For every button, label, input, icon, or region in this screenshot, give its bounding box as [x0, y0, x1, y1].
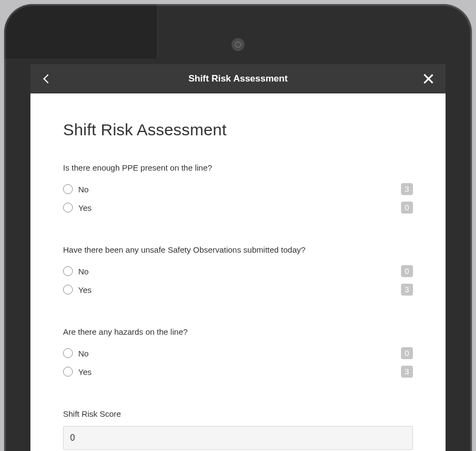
- app-screen: Shift Risk Assessment Shift Risk Assessm…: [30, 64, 446, 451]
- radio-icon: [63, 184, 73, 194]
- chevron-left-icon: [43, 74, 53, 84]
- form-body: Shift Risk Assessment Is there enough PP…: [30, 93, 446, 451]
- radio-icon: [63, 285, 73, 295]
- close-icon: [423, 73, 434, 84]
- back-button[interactable]: [40, 71, 55, 86]
- radio-option[interactable]: Yes 3: [63, 362, 413, 381]
- score-badge: 3: [401, 284, 413, 296]
- option-label: No: [78, 267, 89, 276]
- radio-icon: [63, 348, 73, 358]
- camera-lens-icon: [235, 41, 241, 48]
- radio-icon: [63, 203, 73, 212]
- score-badge: 0: [401, 265, 413, 277]
- tablet-frame: Shift Risk Assessment Shift Risk Assessm…: [4, 4, 472, 451]
- option-label: Yes: [78, 203, 91, 212]
- page-title: Shift Risk Assessment: [63, 121, 413, 139]
- radio-option[interactable]: No 3: [63, 180, 413, 198]
- score-input[interactable]: [63, 426, 413, 450]
- question-block: Is there enough PPE present on the line?…: [63, 163, 413, 217]
- app-header: Shift Risk Assessment: [30, 64, 446, 93]
- tablet-camera: [231, 38, 245, 51]
- option-label: No: [78, 349, 89, 358]
- score-label: Shift Risk Score: [63, 409, 413, 418]
- question-text: Are there any hazards on the line?: [63, 327, 413, 336]
- question-block: Have there been any unsafe Safety Observ…: [63, 245, 413, 299]
- score-badge: 3: [401, 366, 413, 378]
- radio-icon: [63, 367, 73, 377]
- header-title: Shift Risk Assessment: [189, 73, 288, 84]
- radio-icon: [63, 266, 73, 276]
- score-section: Shift Risk Score Calculation result = {I…: [63, 409, 413, 451]
- score-badge: 0: [401, 347, 413, 359]
- score-badge: 0: [401, 202, 413, 214]
- option-label: Yes: [78, 367, 91, 377]
- question-text: Have there been any unsafe Safety Observ…: [63, 245, 413, 254]
- option-label: Yes: [78, 285, 91, 295]
- option-label: No: [78, 185, 89, 194]
- question-text: Is there enough PPE present on the line?: [63, 163, 413, 172]
- close-button[interactable]: [421, 71, 436, 86]
- frame-shadow: [4, 4, 156, 59]
- radio-option[interactable]: No 0: [63, 344, 413, 362]
- radio-option[interactable]: Yes 0: [63, 198, 413, 217]
- radio-option[interactable]: No 0: [63, 262, 413, 280]
- question-block: Are there any hazards on the line? No 0 …: [63, 327, 413, 381]
- radio-option[interactable]: Yes 3: [63, 280, 413, 299]
- score-badge: 3: [401, 183, 413, 195]
